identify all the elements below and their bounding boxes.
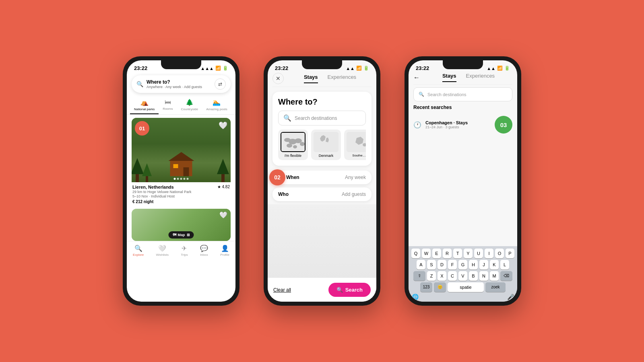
- key-s[interactable]: S: [427, 260, 436, 269]
- clear-all-button[interactable]: Clear all: [273, 287, 291, 293]
- tab-experiences-2[interactable]: Experiences: [328, 74, 357, 83]
- key-emoji[interactable]: 😊: [434, 282, 446, 292]
- flexible-label: I'm flexible: [281, 154, 305, 158]
- search-placeholder: Search destinations: [295, 115, 337, 121]
- key-i[interactable]: I: [485, 249, 493, 258]
- key-shift[interactable]: ⇧: [413, 271, 425, 281]
- where-to-card: Where to? 🔍 Search destinations: [272, 92, 372, 166]
- nav-inbox-label: Inbox: [200, 253, 208, 257]
- battery-icon-3: 🔋: [504, 66, 510, 71]
- key-numbers[interactable]: 123: [420, 282, 432, 292]
- filter-button[interactable]: ⇄: [215, 78, 226, 90]
- nav-wishlists[interactable]: 🤍 Wishlists: [156, 245, 169, 257]
- globe-icon[interactable]: 🌐: [412, 294, 419, 300]
- where-to-title: Where to?: [278, 97, 366, 107]
- key-z[interactable]: Z: [427, 271, 436, 281]
- keyboard-row-1: Q W E R T Y U I O P: [410, 249, 516, 258]
- key-u[interactable]: U: [474, 249, 483, 258]
- keyboard-bottom: 🌐 🎤: [410, 294, 516, 300]
- key-y[interactable]: Y: [464, 249, 473, 258]
- key-t[interactable]: T: [453, 249, 462, 258]
- key-p[interactable]: P: [506, 249, 514, 258]
- nav-explore-label: Explore: [133, 253, 144, 257]
- tab-experiences-3[interactable]: Experiences: [466, 73, 495, 82]
- key-e[interactable]: E: [432, 249, 441, 258]
- key-w[interactable]: W: [422, 249, 431, 258]
- key-v[interactable]: V: [458, 271, 467, 281]
- recent-title: Recent searches: [413, 105, 512, 110]
- listing-card-1[interactable]: 01 🤍 Lieren, Netherlands ★ 4.82 29 km to…: [132, 118, 231, 206]
- nav-inbox[interactable]: 💬 Inbox: [200, 245, 208, 257]
- key-f[interactable]: F: [448, 260, 457, 269]
- search-bar[interactable]: 🔍 Where to? Anywhere · Any week · Add gu…: [132, 75, 231, 93]
- svg-point-4: [300, 142, 305, 146]
- nav-trips[interactable]: ✈ Trips: [181, 245, 188, 257]
- flexible-map: [281, 132, 305, 152]
- back-button[interactable]: ←: [413, 74, 420, 81]
- recent-item[interactable]: 🕐 Copenhagen · Stays 21–24 Jun · 3 guest…: [413, 113, 512, 136]
- key-n[interactable]: N: [479, 271, 488, 281]
- key-b[interactable]: B: [469, 271, 478, 281]
- key-c[interactable]: C: [448, 271, 457, 281]
- key-r[interactable]: R: [443, 249, 452, 258]
- listing-location: Lieren, Netherlands: [132, 185, 174, 189]
- map-icon: 🗺: [173, 233, 176, 237]
- tab-stays-3[interactable]: Stays: [442, 73, 456, 82]
- key-j[interactable]: J: [479, 260, 488, 269]
- destination-search[interactable]: 🔍 Search destinations: [278, 111, 366, 125]
- denmark-map: [314, 132, 339, 152]
- key-k[interactable]: K: [490, 260, 499, 269]
- cat-national-parks[interactable]: ⛺ National parks: [130, 96, 159, 114]
- faded-area: [268, 204, 376, 278]
- mic-icon[interactable]: 🎤: [507, 294, 514, 300]
- key-m[interactable]: M: [490, 271, 499, 281]
- cat-amazing-pools[interactable]: 🏊 Amazing pools: [202, 96, 231, 114]
- bottom-nav: 🔍 Explore 🤍 Wishlists ✈ Trips 💬 Inbox 👤: [127, 241, 235, 262]
- time-3: 23:22: [416, 65, 429, 71]
- time-1: 23:22: [134, 65, 147, 71]
- southeast-label: Southe…: [347, 154, 366, 157]
- when-value: Any week: [345, 175, 366, 180]
- region-southeast[interactable]: Southe…: [344, 130, 366, 160]
- when-card[interactable]: 02 When Any week: [272, 171, 372, 184]
- battery-icon: 🔋: [223, 66, 228, 71]
- key-q[interactable]: Q: [411, 249, 420, 258]
- cat-rooms[interactable]: 🛏 Rooms: [159, 96, 177, 114]
- key-g[interactable]: G: [458, 260, 467, 269]
- recent-sub: 21–24 Jun · 3 guests: [425, 125, 491, 129]
- region-denmark[interactable]: Denmark: [311, 130, 341, 160]
- nav-profile[interactable]: 👤 Profile: [220, 245, 229, 257]
- svg-point-6: [293, 145, 297, 148]
- nav-explore[interactable]: 🔍 Explore: [133, 245, 144, 257]
- listing-card-2[interactable]: 🗺 Map ⊞ 🤍: [132, 209, 231, 241]
- search-destination-bar[interactable]: 🔍 Search destinations: [413, 87, 512, 101]
- close-button[interactable]: ✕: [272, 73, 284, 84]
- key-backspace[interactable]: ⌫: [500, 271, 512, 281]
- search-icon-2: 🔍: [283, 114, 291, 122]
- cat-label: Countryside: [181, 107, 198, 111]
- map-button[interactable]: 🗺 Map ⊞: [169, 231, 194, 239]
- key-h[interactable]: H: [469, 260, 478, 269]
- status-icons-1: ▲▲▲ 📶 🔋: [200, 66, 228, 71]
- region-flexible[interactable]: I'm flexible: [278, 130, 308, 160]
- key-space[interactable]: spatie: [448, 282, 484, 292]
- wishlist-button-1[interactable]: 🤍: [219, 121, 227, 130]
- key-d[interactable]: D: [438, 260, 446, 269]
- cat-countryside[interactable]: 🌲 Countryside: [177, 96, 202, 114]
- where-to-label: Where to?: [147, 79, 211, 85]
- key-o[interactable]: O: [495, 249, 504, 258]
- key-search[interactable]: zoek: [485, 282, 506, 292]
- key-x[interactable]: X: [438, 271, 446, 281]
- grid-icon: ⊞: [187, 233, 190, 237]
- recent-name: Copenhagen · Stays: [425, 120, 491, 125]
- key-l[interactable]: L: [500, 260, 509, 269]
- nav-trips-label: Trips: [181, 253, 188, 257]
- tab-stays-2[interactable]: Stays: [304, 74, 318, 83]
- search-dest-placeholder: Search destinations: [427, 92, 466, 97]
- key-a[interactable]: A: [417, 260, 425, 269]
- keyboard-row-2: A S D F G H J K L: [410, 260, 516, 269]
- search-button[interactable]: 🔍 Search: [328, 283, 371, 297]
- who-card[interactable]: Who Add guests: [272, 187, 372, 201]
- southeast-map: [347, 132, 366, 152]
- wifi-icon-3: 📶: [497, 66, 503, 71]
